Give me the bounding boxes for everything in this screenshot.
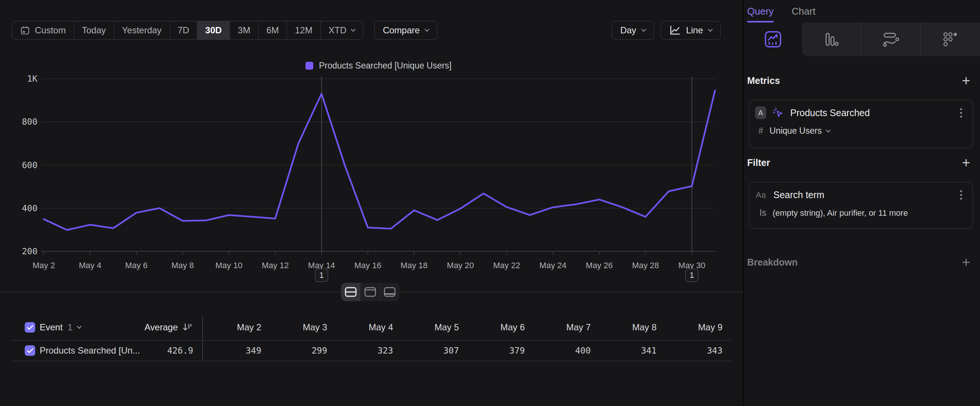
row-value: 307 (443, 341, 459, 361)
column-header[interactable]: May 5 (434, 315, 459, 340)
split-view-button[interactable] (341, 283, 361, 301)
chart-view-button[interactable] (361, 283, 380, 301)
annotation-badge[interactable]: 1 (315, 269, 328, 282)
event-label: Event (40, 322, 62, 333)
column-header[interactable]: May 3 (303, 315, 327, 340)
filter-card[interactable]: Aa Search term Is (empty string), Air pu… (749, 182, 973, 229)
string-property-icon: Aa (756, 190, 767, 200)
tab-retention[interactable] (921, 22, 980, 56)
svg-text:May 22: May 22 (493, 261, 520, 270)
aggregation-dropdown[interactable]: Unique Users (770, 126, 830, 136)
svg-text:200: 200 (22, 247, 37, 256)
chevron-down-icon (77, 324, 82, 329)
filter-condition-row: Is (empty string), Air purifier, or 11 m… (749, 201, 972, 218)
add-breakdown-button[interactable]: + (962, 255, 970, 269)
event-count: 1 (67, 322, 72, 333)
row-average-value: 426.9 (167, 341, 193, 361)
metric-name[interactable]: Products Searched (790, 107, 870, 118)
svg-text:May 20: May 20 (447, 261, 474, 270)
svg-text:May 10: May 10 (216, 261, 243, 270)
layout-toggle (341, 283, 399, 301)
svg-text:800: 800 (22, 117, 37, 127)
table-view-button[interactable] (380, 283, 399, 301)
funnels-icon (824, 32, 839, 47)
column-header[interactable]: May 4 (369, 315, 393, 340)
table-divider (11, 361, 732, 361)
column-header[interactable]: May 8 (632, 315, 657, 340)
sort-icon (182, 322, 192, 332)
event-dropdown[interactable]: Event 1 (40, 315, 81, 340)
metric-options-button[interactable] (958, 107, 964, 119)
tab-chart[interactable]: Chart (792, 0, 816, 22)
svg-text:May 8: May 8 (172, 261, 194, 270)
sidebar-tabs: Query Chart (744, 0, 980, 22)
tab-query[interactable]: Query (747, 0, 774, 22)
svg-text:May 4: May 4 (79, 261, 102, 270)
row-value: 323 (377, 341, 393, 361)
row-value: 349 (245, 341, 261, 361)
tab-insights[interactable] (744, 22, 802, 56)
metric-aggregation-row: # Unique Users (749, 119, 972, 136)
report-type-tabs (744, 22, 980, 56)
filter-operator[interactable]: Is (759, 208, 766, 218)
query-sidebar: Query Chart (744, 0, 980, 406)
series-line (44, 91, 715, 230)
svg-text:1: 1 (689, 271, 694, 280)
average-column-header[interactable]: Average (145, 315, 192, 340)
select-all-checkbox[interactable] (25, 322, 35, 333)
metrics-heading: Metrics + (747, 74, 970, 87)
check-icon (27, 325, 33, 330)
column-header[interactable]: May 2 (237, 315, 261, 340)
chevron-down-icon (826, 128, 830, 132)
svg-text:1: 1 (319, 271, 324, 280)
filter-heading: Filter + (747, 156, 970, 169)
svg-text:400: 400 (22, 203, 37, 213)
filter-value[interactable]: (empty string), Air purifier, or 11 more (773, 208, 908, 218)
row-value: 379 (509, 341, 525, 361)
row-value: 400 (575, 341, 591, 361)
row-checkbox[interactable] (25, 345, 35, 356)
svg-text:May 18: May 18 (401, 261, 428, 270)
svg-text:600: 600 (22, 160, 37, 170)
table-column-divider (202, 315, 203, 360)
table-view-icon (384, 287, 396, 297)
svg-text:May 26: May 26 (586, 261, 613, 270)
row-value: 341 (641, 341, 657, 361)
svg-text:May 6: May 6 (125, 261, 148, 270)
column-header[interactable]: May 7 (566, 315, 591, 340)
table-row: Products Searched [Un... 426.9 349 299 3… (0, 341, 743, 361)
breakdown-heading: Breakdown + (747, 255, 970, 269)
insights-icon (764, 31, 782, 48)
filter-property-name[interactable]: Search term (773, 189, 824, 201)
add-filter-button[interactable]: + (962, 155, 970, 170)
column-header[interactable]: May 6 (501, 315, 525, 340)
check-icon (27, 348, 33, 353)
annotation-badge[interactable]: 1 (686, 269, 698, 282)
flows-icon (883, 32, 899, 47)
main-panel: Custom Today Yesterday 7D 30D 3M 6M 12M … (0, 0, 743, 406)
report-type-strip (802, 22, 980, 56)
add-metric-button[interactable]: + (962, 73, 970, 88)
split-view-icon (345, 287, 357, 297)
metric-card[interactable]: A Products Searched # Unique Users (749, 100, 973, 148)
line-chart[interactable]: 1K800600400200May 2May 4May 6May 8May 10… (0, 0, 743, 292)
row-value: 299 (312, 341, 327, 361)
metric-card-row: A Products Searched (749, 100, 972, 119)
series-letter-badge: A (755, 107, 766, 119)
event-pointer-icon (773, 107, 784, 118)
tab-funnels[interactable] (802, 22, 861, 56)
svg-text:May 16: May 16 (355, 261, 382, 270)
tab-flows[interactable] (861, 22, 921, 56)
chart-view-icon (364, 287, 376, 297)
svg-text:May 12: May 12 (262, 261, 289, 270)
aggregation-prefix: # (758, 126, 763, 136)
retention-icon (943, 32, 958, 47)
row-series-name: Products Searched [Un... (40, 341, 140, 361)
svg-text:May 24: May 24 (539, 261, 566, 270)
svg-text:1K: 1K (27, 74, 37, 84)
svg-text:May 28: May 28 (632, 261, 659, 270)
column-header[interactable]: May 9 (698, 315, 722, 340)
table-header-row: Event 1 Average May 2 May 3 May 4 May 5 … (0, 315, 743, 340)
filter-options-button[interactable] (958, 189, 964, 201)
svg-text:May 2: May 2 (33, 261, 55, 270)
